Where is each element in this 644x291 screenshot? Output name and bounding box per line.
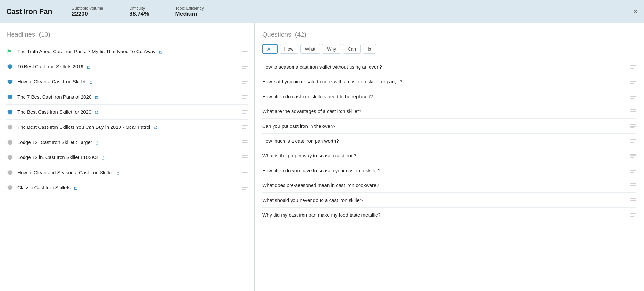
subtopic-volume-stat: Subtopic Volume 22200 [72,6,117,17]
headline-item: How to Clean and Season a Cast Iron Skil… [6,165,248,180]
question-text: What does pre-seasoned mean in cast iron… [262,183,627,188]
headline-item: Lodge 12 in. Cast Iron Skillet L10SK3 [6,150,248,165]
headline-add-button[interactable] [242,50,248,53]
headline-item: Classic Cast Iron Skillets [6,180,248,195]
question-text: Can you put cast iron in the oven? [262,123,627,129]
question-item: How often do cast iron skillets need to … [262,89,636,104]
headline-text: The Best Cast-Iron Skillets You Can Buy … [17,124,239,130]
questions-list: How to season a cast iron skillet withou… [262,60,636,222]
headline-add-button[interactable] [242,95,248,99]
question-text: How often do cast iron skillets need to … [262,94,627,99]
question-add-button[interactable] [630,80,636,84]
headline-text: Lodge 12" Cast Iron Skillet : Target [17,139,239,145]
difficulty-stat: Difficulty 88.74% [129,6,162,17]
question-text: Why did my cast iron pan make my food ta… [262,212,627,218]
question-filter-tabs: AllHowWhatWhyCanIs [262,44,636,54]
main-content: Headlines (10) The Truth About Cast Iron… [0,23,644,291]
topic-efficiency-label: Topic Efficiency [175,6,204,11]
headline-item: The Best Cast-Iron Skillet for 2020 [6,105,248,120]
question-add-button[interactable] [630,65,636,69]
question-item: What are the advantages of a cast iron s… [262,104,636,119]
question-text: What is the proper way to season cast ir… [262,153,627,158]
svg-rect-1 [8,49,8,54]
questions-section-title: Questions (42) [262,31,636,38]
question-item: How is it hygienic or safe to cook with … [262,74,636,89]
headline-add-button[interactable] [242,155,248,159]
headline-add-button[interactable] [242,140,248,144]
headline-icon [6,63,14,70]
question-filter-tab-how[interactable]: How [280,44,298,54]
question-filter-tab-why[interactable]: Why [322,44,341,54]
question-text: How often do you have to season your cas… [262,168,627,173]
header: Cast Iron Pan Subtopic Volume 22200 Diff… [0,0,644,23]
question-item: What is the proper way to season cast ir… [262,148,636,163]
headline-add-button[interactable] [242,186,248,190]
headline-icon [6,93,14,100]
difficulty-value: 88.74% [129,11,149,17]
svg-marker-0 [8,49,12,53]
headline-add-button[interactable] [242,80,248,84]
headlines-section-title: Headlines (10) [6,31,248,38]
headline-text: Lodge 12 in. Cast Iron Skillet L10SK3 [17,155,239,160]
headlines-panel: Headlines (10) The Truth About Cast Iron… [0,23,255,291]
question-text: What should you never do to a cast iron … [262,197,627,203]
question-item: How to season a cast iron skillet withou… [262,60,636,74]
question-add-button[interactable] [630,169,636,173]
topic-efficiency-value: Medium [175,11,204,17]
headline-icon [6,124,14,131]
headline-icon [6,154,14,161]
headline-text: 10 Best Cast Iron Skillets 2019 [17,64,239,69]
headline-text: The Best Cast-Iron Skillet for 2020 [17,109,239,115]
headline-icon [6,78,14,85]
headline-icon [6,169,14,176]
question-text: What are the advantages of a cast iron s… [262,108,627,114]
question-add-button[interactable] [630,95,636,99]
question-filter-tab-what[interactable]: What [300,44,321,54]
question-item: Can you put cast iron in the oven? [262,119,636,134]
headline-add-button[interactable] [242,125,248,129]
headline-icon [6,184,14,191]
question-text: How to season a cast iron skillet withou… [262,64,627,70]
topic-efficiency-stat: Topic Efficiency Medium [175,6,216,17]
question-item: What does pre-seasoned mean in cast iron… [262,178,636,193]
subtopic-volume-label: Subtopic Volume [72,6,103,11]
question-text: How much is a cast iron pan worth? [262,138,627,144]
question-add-button[interactable] [630,109,636,113]
headline-item: Lodge 12" Cast Iron Skillet : Target [6,135,248,150]
question-add-button[interactable] [630,139,636,143]
question-item: Why did my cast iron pan make my food ta… [262,208,636,222]
question-filter-tab-can[interactable]: Can [343,44,361,54]
page-title: Cast Iron Pan [6,7,62,16]
question-item: How often do you have to season your cas… [262,163,636,178]
question-filter-tab-all[interactable]: All [262,44,278,54]
headline-item: The 7 Best Cast Iron Pans of 2020 [6,89,248,105]
headline-item: How to Clean a Cast Iron Skillet [6,74,248,89]
headline-item: 10 Best Cast Iron Skillets 2019 [6,59,248,74]
subtopic-volume-value: 22200 [72,11,103,17]
headline-icon [6,48,14,55]
headline-text: How to Clean a Cast Iron Skillet [17,79,239,84]
headlines-list: The Truth About Cast Iron Pans: 7 Myths … [6,44,248,195]
headline-add-button[interactable] [242,65,248,69]
headline-text: The Truth About Cast Iron Pans: 7 Myths … [17,49,239,54]
headline-item: The Truth About Cast Iron Pans: 7 Myths … [6,44,248,59]
headline-add-button[interactable] [242,110,248,114]
question-add-button[interactable] [630,213,636,217]
questions-panel: Questions (42) AllHowWhatWhyCanIs How to… [255,23,644,291]
headline-icon [6,108,14,116]
question-add-button[interactable] [630,124,636,128]
headline-icon [6,139,14,146]
question-item: What should you never do to a cast iron … [262,193,636,208]
question-item: How much is a cast iron pan worth? [262,134,636,148]
question-filter-tab-is[interactable]: Is [363,44,376,54]
question-add-button[interactable] [630,198,636,202]
question-add-button[interactable] [630,183,636,187]
headline-item: The Best Cast-Iron Skillets You Can Buy … [6,120,248,135]
headline-add-button[interactable] [242,171,248,174]
headline-text: How to Clean and Season a Cast Iron Skil… [17,170,239,175]
difficulty-label: Difficulty [129,6,149,11]
close-button[interactable]: × [633,8,638,15]
question-add-button[interactable] [630,154,636,158]
headline-text: The 7 Best Cast Iron Pans of 2020 [17,94,239,99]
headline-text: Classic Cast Iron Skillets [17,185,239,190]
